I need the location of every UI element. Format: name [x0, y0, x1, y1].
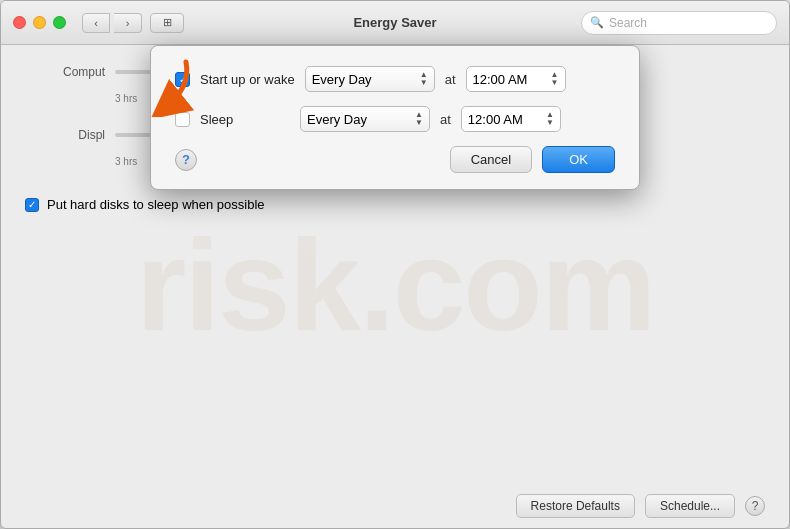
startup-day-select[interactable]: Every Day ▲ ▼	[305, 66, 435, 92]
sleep-time-value: 12:00 AM	[468, 112, 523, 127]
startup-day-arrows: ▲ ▼	[420, 71, 428, 87]
sleep-at-label: at	[440, 112, 451, 127]
schedule-modal: ✓ Start up or wake Every Day ▲ ▼ at 12:0…	[150, 45, 640, 190]
sleep-time-stepper[interactable]: ▲ ▼	[546, 111, 554, 127]
sleep-time-down[interactable]: ▼	[546, 119, 554, 127]
sleep-label: Sleep	[200, 112, 290, 127]
startup-day-down-arrow: ▼	[420, 79, 428, 87]
sleep-time-field[interactable]: 12:00 AM ▲ ▼	[461, 106, 561, 132]
sleep-day-value: Every Day	[307, 112, 367, 127]
startup-time-value: 12:00 AM	[473, 72, 528, 87]
ok-button[interactable]: OK	[542, 146, 615, 173]
modal-row-2: Sleep Every Day ▲ ▼ at 12:00 AM ▲ ▼	[175, 106, 615, 132]
main-window: ‹ › ⊞ Energy Saver 🔍 Search risk.com Com…	[0, 0, 790, 529]
startup-day-value: Every Day	[312, 72, 372, 87]
sleep-checkbox[interactable]	[175, 112, 190, 127]
startup-time-field[interactable]: 12:00 AM ▲ ▼	[466, 66, 566, 92]
sleep-day-select[interactable]: Every Day ▲ ▼	[300, 106, 430, 132]
startup-time-stepper[interactable]: ▲ ▼	[551, 71, 559, 87]
sleep-day-arrows: ▲ ▼	[415, 111, 423, 127]
startup-checkbox[interactable]: ✓	[175, 72, 190, 87]
startup-at-label: at	[445, 72, 456, 87]
startup-label: Start up or wake	[200, 72, 295, 87]
modal-help-button[interactable]: ?	[175, 149, 197, 171]
sleep-day-down-arrow: ▼	[415, 119, 423, 127]
modal-overlay: ✓ Start up or wake Every Day ▲ ▼ at 12:0…	[1, 1, 789, 528]
startup-time-down[interactable]: ▼	[551, 79, 559, 87]
modal-buttons: ? Cancel OK	[175, 146, 615, 173]
cancel-button[interactable]: Cancel	[450, 146, 532, 173]
modal-row-1: ✓ Start up or wake Every Day ▲ ▼ at 12:0…	[175, 66, 615, 92]
